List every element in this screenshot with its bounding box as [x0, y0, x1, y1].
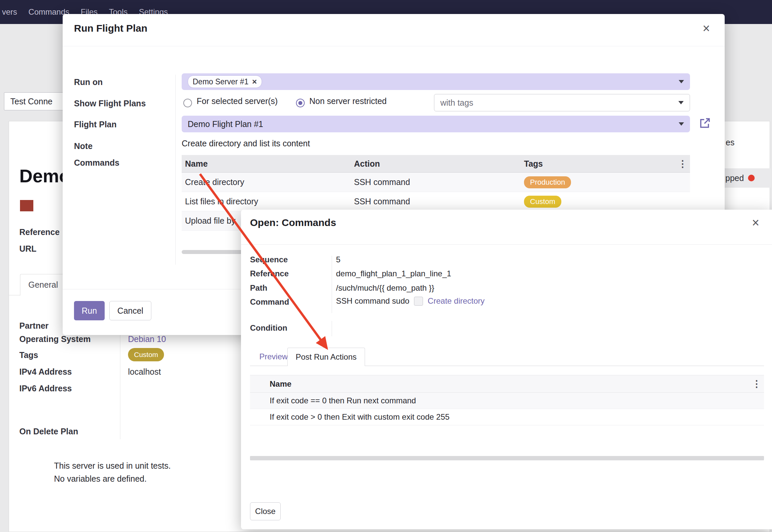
modal-title: Open: Commands [250, 217, 336, 228]
radio-for-selected-servers[interactable] [183, 99, 192, 107]
note-label: Note [74, 141, 93, 151]
command-value: SSH command sudo [336, 296, 409, 306]
chip-remove-icon[interactable]: ✕ [252, 78, 257, 86]
tags-custom-badge: Custom [128, 348, 164, 361]
modal-header-divider [63, 46, 725, 46]
cell-name: If exit code == 0 then Run next command [270, 396, 748, 405]
cell-tags: Production [524, 176, 674, 188]
flight-plan-label: Flight Plan [74, 120, 117, 129]
close-button[interactable]: Close [250, 502, 281, 520]
table-row[interactable]: If exit code == 0 then Run next command [250, 393, 764, 409]
path-label: Path [250, 283, 267, 293]
ipv4-field-label: IPv4 Address [19, 367, 72, 377]
cell-tags: Custom [524, 196, 674, 208]
color-swatch[interactable] [20, 200, 33, 211]
tab-preview[interactable]: Preview [255, 348, 292, 366]
notebook-tab-bar: Preview Post Run Actions [250, 348, 764, 366]
radio-non-server-restricted[interactable] [296, 99, 305, 107]
table-row[interactable]: Create directory SSH command Production [182, 173, 690, 192]
ipv4-value: localhost [128, 367, 161, 377]
with-tags-select-value: with tags [440, 98, 473, 108]
commands-label: Commands [74, 158, 119, 168]
status-text-fragment: pped [725, 173, 744, 183]
column-header-tags[interactable]: Tags [524, 159, 674, 169]
nav-item-servers[interactable]: vers [2, 7, 17, 17]
status-red-dot-icon [748, 175, 755, 181]
reference-field-label: Reference [19, 227, 60, 237]
radio-for-selected-servers-label[interactable]: For selected server(s) [197, 96, 278, 106]
command-checkbox[interactable] [414, 297, 423, 306]
flight-plan-select[interactable]: Demo Flight Plan #1 [182, 116, 690, 132]
cell-name: Create directory [182, 177, 354, 187]
reference-value: demo_flight_plan_1_plan_line_1 [336, 269, 451, 278]
custom-badge: Custom [524, 196, 561, 208]
chevron-down-icon [679, 122, 684, 126]
run-on-label: Run on [74, 77, 103, 87]
ipv6-field-label: IPv6 Address [19, 384, 72, 393]
post-run-actions-table: Name ⋮ If exit code == 0 then Run next c… [250, 375, 764, 425]
tab-general[interactable]: General [20, 274, 66, 296]
external-link-icon[interactable] [699, 117, 711, 129]
kebab-menu-icon[interactable]: ⋮ [748, 378, 764, 389]
cell-action: SSH command [354, 177, 524, 187]
label-column-divider [175, 75, 176, 265]
tags-field-label: Tags [19, 350, 38, 360]
open-commands-modal: Open: Commands × Sequence Reference Path… [241, 210, 772, 529]
close-icon[interactable]: × [703, 22, 710, 35]
cell-name: If exit code > 0 then Exit with custom e… [270, 412, 748, 422]
cancel-button[interactable]: Cancel [109, 301, 151, 320]
sequence-value: 5 [336, 255, 340, 264]
command-value-row: SSH command sudo Create directory [336, 296, 485, 306]
post-run-actions-table-header: Name ⋮ [250, 375, 764, 393]
top-right-text-fragment: es [726, 138, 734, 147]
label-column-divider [332, 321, 332, 336]
create-directory-link[interactable]: Create directory [428, 296, 485, 306]
production-badge: Production [524, 176, 571, 188]
column-header-name[interactable]: Name [182, 159, 354, 169]
horizontal-scrollbar[interactable] [250, 456, 764, 460]
chevron-down-icon [678, 101, 684, 104]
server-tag-chip-label: Demo Server #1 [193, 77, 248, 86]
tab-post-run-actions[interactable]: Post Run Actions [287, 348, 365, 366]
unit-test-note-line1: This server is used in unit tests. [54, 461, 171, 471]
radio-non-server-restricted-label[interactable]: Non server restricted [309, 96, 387, 106]
kebab-menu-icon[interactable]: ⋮ [674, 158, 690, 169]
partner-field-label: Partner [19, 321, 49, 331]
unit-test-note-line2: No variables are defined. [54, 474, 147, 484]
run-on-multiselect[interactable]: Demo Server #1 ✕ [182, 73, 690, 90]
run-button[interactable]: Run [74, 301, 105, 320]
note-value: Create directory and list its content [182, 139, 310, 148]
with-tags-select[interactable]: with tags [434, 94, 690, 111]
commands-table-header: Name Action Tags ⋮ [182, 155, 690, 173]
modal-header-divider [241, 244, 772, 245]
server-tag-chip[interactable]: Demo Server #1 ✕ [188, 75, 262, 88]
chevron-down-icon [679, 80, 684, 83]
close-icon[interactable]: × [752, 216, 759, 229]
command-label: Command [250, 297, 289, 307]
table-row[interactable]: List files in directory SSH command Cust… [182, 192, 690, 211]
reference-label: Reference [250, 269, 289, 278]
field-divider [120, 319, 120, 439]
flight-plan-select-value: Demo Flight Plan #1 [188, 119, 263, 129]
path-value: /such/much/{{ demo_path }} [336, 283, 434, 293]
label-column-divider [332, 256, 332, 313]
screen: vers Commands Files Tools Settings Test … [0, 0, 772, 532]
table-row[interactable]: If exit code > 0 then Exit with custom e… [250, 409, 764, 425]
column-header-name[interactable]: Name [270, 379, 748, 389]
column-header-action[interactable]: Action [354, 159, 524, 169]
sequence-label: Sequence [250, 255, 288, 264]
on-delete-plan-field-label: On Delete Plan [19, 427, 78, 436]
operating-system-field-label: Operating System [19, 334, 91, 344]
cell-name: List files in directory [182, 197, 354, 206]
show-flight-plans-label: Show Flight Plans [74, 99, 146, 108]
cell-action: SSH command [354, 197, 524, 206]
condition-label: Condition [250, 323, 287, 333]
operating-system-value-link[interactable]: Debian 10 [128, 334, 166, 344]
server-status-button[interactable]: pped [719, 168, 771, 188]
url-field-label: URL [19, 244, 36, 254]
modal-title: Run Flight Plan [74, 23, 147, 34]
